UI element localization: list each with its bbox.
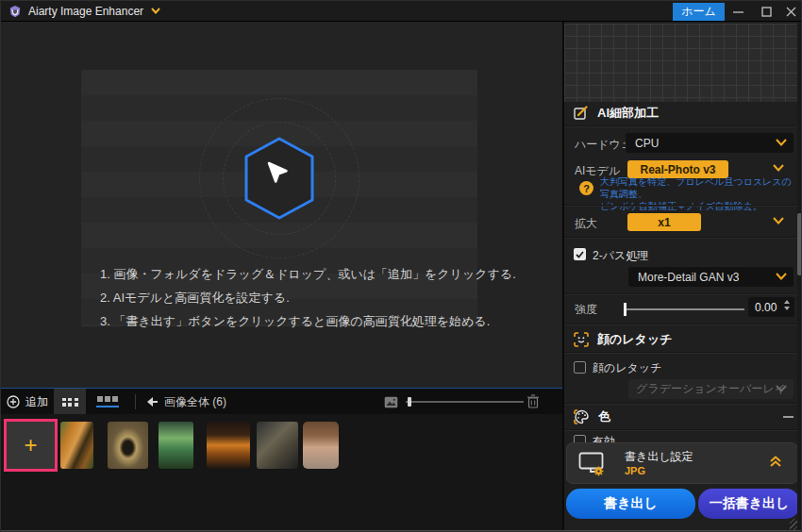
hardware-dropdown[interactable]: CPU [626, 133, 794, 153]
thumbnail-terrarium-jar[interactable] [159, 422, 193, 469]
scale-label: 拡大 [575, 216, 597, 232]
image-icon [384, 396, 398, 408]
scale-chevron-icon[interactable] [773, 217, 784, 224]
divider [564, 352, 798, 354]
strip-view-button[interactable] [92, 389, 124, 415]
face-retouch-section-header: 顔のレタッチ [574, 331, 673, 348]
settings-sidebar: AI細部加工 ハードウェア CPU AIモデル Real-Photo v3 ? … [564, 22, 802, 532]
filmstrip-toolbar: 追加 画像全体 (6) [1, 388, 562, 414]
instruction-step-1: 1. 画像・フォルダをドラッグ＆ドロップ、或いは「追加」をクリックする. [100, 262, 468, 286]
two-pass-model-value: More-Detail GAN v3 [638, 271, 739, 284]
back-arrow-icon [147, 397, 158, 407]
two-pass-label[interactable]: 2-パス処理 [593, 248, 648, 264]
grid-view-icon [62, 398, 78, 407]
view-all-label: 画像全体 (6) [164, 394, 226, 410]
hardware-value: CPU [635, 137, 659, 150]
face-retouch-preset-value: グラデーションオーバーレイ [636, 381, 786, 397]
preview-grid-panel [564, 24, 798, 102]
strength-slider-track [624, 308, 744, 310]
divider [564, 205, 798, 207]
thumbnail-burger[interactable] [207, 422, 250, 469]
two-pass-model-dropdown[interactable]: More-Detail GAN v3 [628, 267, 794, 287]
delete-button[interactable] [526, 394, 542, 409]
palette-icon [574, 409, 590, 424]
export-buttons-row: 書き出し 一括書き出し [564, 489, 802, 520]
view-all-images-button[interactable]: 画像全体 (6) [147, 389, 226, 415]
color-section-header: 色 [574, 408, 610, 425]
divider [564, 237, 798, 239]
strip-view-icon [97, 396, 118, 403]
ai-detail-section-header: AI細部加工 [574, 105, 659, 122]
plus-icon: + [24, 434, 37, 457]
thumbnail-portrait-girl[interactable] [303, 422, 339, 469]
spinner-arrows-icon[interactable] [784, 300, 790, 310]
strength-slider[interactable] [624, 303, 744, 316]
chevron-down-icon [776, 139, 787, 146]
app-logo-icon [8, 5, 22, 18]
export-settings-panel[interactable]: 書き出し設定 JPG [566, 442, 798, 484]
filmstrip: + [1, 414, 562, 530]
strength-slider-handle[interactable] [624, 303, 627, 316]
divider [564, 429, 798, 431]
double-chevron-up-icon[interactable] [769, 455, 782, 468]
scrollbar-thumb[interactable] [797, 213, 802, 275]
thumbnail-size-slider[interactable] [406, 396, 524, 407]
add-image-tile[interactable]: + [4, 419, 58, 472]
instruction-list: 1. 画像・フォルダをドラッグ＆ドロップ、或いは「追加」をクリックする. 2. … [100, 262, 468, 333]
face-retouch-section-title: 顔のレタッチ [597, 331, 673, 348]
batch-export-button[interactable]: 一括書き出し [698, 489, 800, 519]
export-settings-icon [578, 452, 607, 476]
color-section-title: 色 [598, 408, 610, 425]
grid-view-button[interactable] [54, 389, 86, 415]
check-icon [576, 251, 584, 258]
slider-track [406, 401, 524, 403]
dropzone-hexagon [243, 137, 315, 220]
divider [564, 403, 798, 405]
chevron-down-icon [776, 385, 787, 392]
thumbnail-tiger[interactable] [60, 422, 93, 469]
gear-icon [594, 467, 604, 476]
strip-view-active-indicator [96, 406, 119, 407]
export-format-value: JPG [625, 465, 645, 476]
collapse-section-button[interactable] [783, 416, 794, 418]
trash-icon [526, 394, 540, 408]
image-dropzone[interactable]: 1. 画像・フォルダをドラッグ＆ドロップ、或いは「追加」をクリックする. 2. … [81, 70, 477, 326]
app-menu-chevron-icon[interactable] [151, 8, 160, 14]
toolbar-separator [135, 394, 136, 409]
help-icon[interactable]: ? [579, 181, 593, 195]
scale-pill[interactable]: x1 [627, 213, 701, 231]
add-images-button[interactable]: 追加 [7, 389, 48, 415]
strength-spinbox[interactable]: 0.00 [748, 297, 794, 317]
strength-value: 0.00 [755, 301, 777, 314]
face-retouch-checkbox[interactable] [574, 361, 586, 374]
ai-model-hint-line1: 大判写真を特定、プロレベル且つロスレスの写真調整、 [600, 175, 794, 200]
export-settings-label: 書き出し設定 [625, 449, 693, 465]
chevron-down-icon [776, 273, 787, 280]
sidebar-scrollbar[interactable] [797, 22, 802, 532]
instruction-step-3: 3. 「書き出す」ボタンをクリックすると画像の高画質化処理を始める. [100, 309, 468, 333]
close-button[interactable] [778, 1, 802, 22]
thumbnail-armored-dog[interactable] [257, 422, 298, 469]
thumbnail-butterfly[interactable] [108, 422, 148, 469]
face-scan-icon [574, 332, 589, 347]
app-title: Aiarty Image Enhancer [28, 5, 143, 18]
minimize-button[interactable] [726, 1, 750, 22]
add-images-label: 追加 [25, 394, 48, 410]
divider [564, 125, 798, 127]
strength-row: 0.00 [564, 295, 802, 320]
instruction-step-2: 2. AIモデルと高画質化を設定する. [100, 286, 468, 309]
ai-detail-section-title: AI細部加工 [597, 105, 659, 122]
two-pass-checkbox[interactable] [574, 248, 586, 260]
face-retouch-preset-dropdown[interactable]: グラデーションオーバーレイ [628, 379, 794, 399]
titlebar: Aiarty Image Enhancer ホーム [1, 1, 802, 22]
thumbnail-size-control [384, 389, 524, 415]
slider-handle[interactable] [408, 397, 411, 407]
maximize-button[interactable] [754, 1, 778, 22]
export-button[interactable]: 書き出し [566, 489, 695, 519]
face-retouch-enable-label[interactable]: 顔のレタッチ [593, 360, 661, 376]
home-button[interactable]: ホーム [673, 3, 725, 21]
plus-circle-icon [7, 395, 20, 408]
main-preview-area: 1. 画像・フォルダをドラッグ＆ドロップ、或いは「追加」をクリックする. 2. … [1, 22, 562, 388]
app-window: Aiarty Image Enhancer ホーム [0, 0, 802, 532]
ai-model-chevron-icon[interactable] [773, 164, 784, 172]
